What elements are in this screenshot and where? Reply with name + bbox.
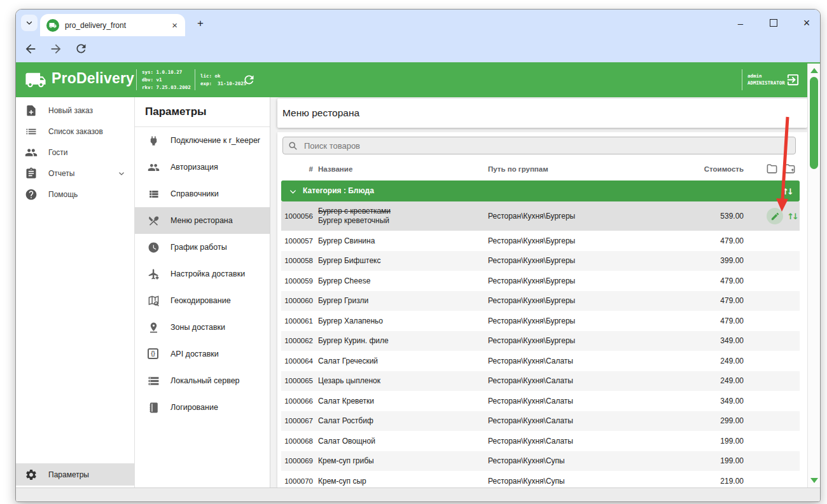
row-sort-icon[interactable] (787, 212, 797, 221)
table-body: 1000056 Бургер с креветкамиБургер кревет… (281, 201, 800, 487)
chevron-down-icon (25, 19, 33, 27)
row-number: 1000067 (281, 417, 313, 425)
plug-icon (148, 135, 160, 147)
row-name: Крем-суп грибы (318, 456, 374, 466)
row-number: 1000069 (281, 457, 313, 465)
sidebar-item-help[interactable]: Помощь (16, 184, 134, 205)
settings-item-authorization[interactable]: Авторизация (135, 154, 270, 180)
table-row[interactable]: 1000069 Крем-суп грибы Ресторан\Кухня\Су… (281, 451, 800, 472)
table-row[interactable]: 1000060 Бургер Гризли Ресторан\Кухня\Бур… (281, 291, 800, 311)
settings-item-label: Справочники (170, 189, 219, 198)
scroll-down-arrow-icon[interactable] (810, 478, 818, 483)
category-label: Категория : Блюда (303, 186, 374, 195)
row-name: Бургер Курин. филе (318, 336, 389, 346)
window-minimize-button[interactable]: – (733, 16, 747, 30)
settings-item-delivery-api[interactable]: API доставки (135, 341, 270, 367)
sidebar-item-new-order[interactable]: Новый заказ (16, 100, 134, 121)
row-price: 479.00 (720, 296, 744, 305)
settings-item-label: График работы (170, 243, 227, 252)
map-search-icon (148, 295, 160, 307)
settings-item-local-server[interactable]: Локальный сервер (135, 367, 270, 394)
search-input[interactable] (303, 140, 790, 151)
scrollbar-thumb[interactable] (810, 77, 818, 169)
scroll-up-arrow-icon[interactable] (810, 68, 818, 73)
tab-search-button[interactable] (21, 15, 38, 31)
settings-menu-title: Параметры (145, 106, 207, 118)
table-row[interactable]: 1000064 Салат Греческий Ресторан\Кухня\С… (281, 351, 800, 371)
settings-menu: Параметры Подключение к r_keeper Авториз… (135, 97, 270, 487)
reload-button[interactable] (74, 42, 90, 57)
table-row[interactable]: 1000067 Салат Ростбиф Ресторан\Кухня\Сал… (281, 411, 800, 432)
column-number: # (281, 165, 313, 173)
row-number: 1000066 (281, 397, 313, 405)
settings-item-logging[interactable]: Логирование (135, 394, 270, 421)
horizontal-scrollbar[interactable] (16, 487, 820, 501)
table-row[interactable]: 1000057 Бургер Свинина Ресторан\Кухня\Бу… (281, 231, 800, 251)
settings-item-directories[interactable]: Справочники (135, 180, 270, 207)
system-version-info: sys: 1.0.10.27 dbv: v1 rkv: 7.25.03.2002 (142, 69, 191, 92)
settings-item-rkeeper-connection[interactable]: Подключение к r_keeper (135, 127, 270, 154)
row-name: Цезарь цыпленок (318, 376, 380, 386)
product-search[interactable] (282, 137, 796, 154)
row-name: Бургер Свинина (318, 236, 375, 245)
table-row[interactable]: 1000065 Цезарь цыпленок Ресторан\Кухня\С… (281, 371, 800, 392)
chevron-down-icon (118, 170, 125, 177)
settings-item-label: Геокодирование (170, 296, 231, 305)
settings-item-geocoding[interactable]: Геокодирование (135, 287, 270, 314)
settings-item-label: Настройка доставки (170, 269, 245, 278)
row-number: 1000070 (281, 477, 313, 485)
column-price: Стоимость (704, 165, 744, 173)
browser-tab[interactable]: pro_delivery_front × (40, 14, 185, 36)
sidebar-item-order-list[interactable]: Список заказов (16, 121, 134, 142)
folder-collapse-icon[interactable] (766, 163, 778, 175)
sidebar-item-label: Новый заказ (48, 106, 93, 115)
settings-item-delivery-settings[interactable]: Настройка доставки (135, 261, 270, 287)
table-row[interactable]: 1000070 Крем-суп сыр Ресторан\Кухня\Супы… (281, 471, 800, 487)
settings-item-restaurant-menu[interactable]: Меню ресторана (135, 207, 270, 234)
header-divider (136, 69, 137, 90)
category-sort-icon[interactable] (782, 186, 792, 197)
restaurant-icon (148, 215, 160, 227)
row-number: 1000062 (281, 337, 313, 344)
table-row[interactable]: 1000058 Бургер Бифштекс Ресторан\Кухня\Б… (281, 251, 800, 271)
back-button[interactable] (24, 42, 39, 57)
refresh-button[interactable] (242, 73, 256, 86)
chevron-down-icon[interactable] (289, 187, 297, 196)
category-row[interactable]: Категория : Блюда (281, 180, 800, 201)
row-path: Ресторан\Кухня\Салаты (488, 416, 573, 425)
sidebar-item-reports[interactable]: Отчеты (16, 163, 134, 184)
tab-close-icon[interactable]: × (170, 20, 179, 31)
table-row[interactable]: 1000062 Бургер Курин. филе Ресторан\Кухн… (281, 331, 800, 351)
window-close-button[interactable]: × (800, 16, 814, 30)
row-number: 1000068 (281, 437, 313, 445)
row-number: 1000064 (281, 357, 313, 365)
forward-button[interactable] (49, 42, 64, 57)
sidebar-item-guests[interactable]: Гости (16, 142, 134, 163)
row-price: 249.00 (720, 357, 744, 365)
header-divider (195, 69, 195, 90)
settings-item-work-schedule[interactable]: График работы (135, 234, 270, 261)
row-path: Ресторан\Кухня\Супы (488, 477, 565, 486)
guests-icon (25, 146, 38, 159)
server-icon (148, 375, 160, 387)
row-path: Ресторан\Кухня\Салаты (488, 437, 573, 446)
table-row[interactable]: 1000061 Бургер Халапеньо Ресторан\Кухня\… (281, 311, 800, 331)
sidebar-item-parameters[interactable]: Параметры (16, 463, 134, 486)
table-row[interactable]: 1000068 Салат Овощной Ресторан\Кухня\Сал… (281, 431, 800, 451)
settings-item-label: Логирование (170, 403, 218, 412)
folder-expand-icon[interactable] (784, 163, 796, 175)
settings-item-delivery-zones[interactable]: Зоны доставки (135, 314, 270, 341)
search-icon (288, 141, 298, 151)
table-row[interactable]: 1000059 Бургер Cheese Ресторан\Кухня\Бур… (281, 271, 800, 291)
menu-content-card: # Название Путь по группам Стоимость (277, 132, 807, 487)
logout-icon[interactable] (786, 72, 800, 87)
new-tab-button[interactable]: + (193, 16, 208, 31)
brand-truck-icon (25, 69, 46, 91)
table-row[interactable]: 1000066 Салат Креветки Ресторан\Кухня\Са… (281, 391, 800, 411)
tab-favicon-truck-icon (46, 19, 59, 32)
table-row[interactable]: 1000056 Бургер с креветкамиБургер кревет… (281, 201, 800, 231)
vertical-scrollbar[interactable] (807, 64, 820, 487)
journal-icon (148, 402, 160, 414)
edit-button[interactable] (767, 208, 783, 224)
window-maximize-button[interactable] (767, 16, 781, 30)
